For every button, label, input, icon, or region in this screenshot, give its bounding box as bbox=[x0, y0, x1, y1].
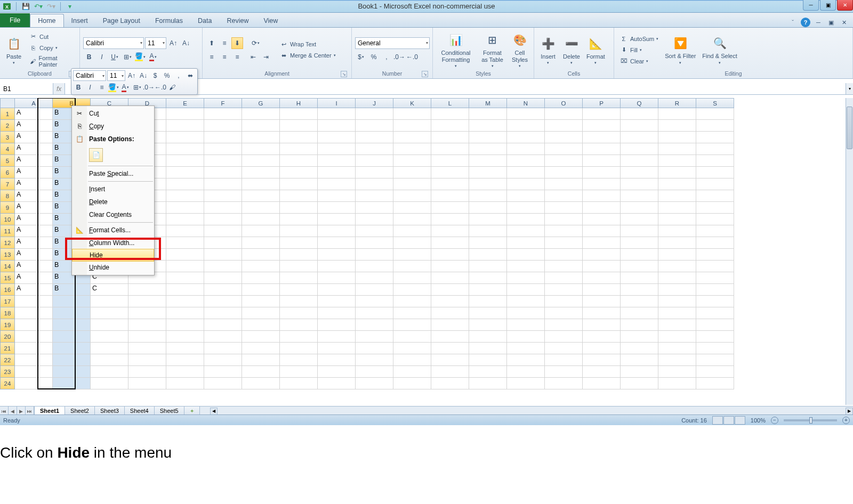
cell[interactable] bbox=[583, 202, 621, 214]
cell[interactable] bbox=[166, 272, 204, 284]
zoom-in-button[interactable]: + bbox=[842, 417, 850, 424]
cell[interactable] bbox=[469, 214, 507, 225]
cell[interactable] bbox=[469, 319, 507, 331]
cell[interactable] bbox=[204, 190, 242, 202]
cell[interactable] bbox=[431, 296, 469, 307]
cell[interactable] bbox=[658, 354, 696, 366]
cell[interactable] bbox=[204, 120, 242, 132]
wb-close-icon[interactable]: ✕ bbox=[839, 18, 849, 27]
select-all-button[interactable] bbox=[0, 98, 15, 108]
cell[interactable] bbox=[545, 225, 583, 237]
align-left-button[interactable]: ≡ bbox=[206, 51, 218, 63]
cell[interactable]: A bbox=[15, 132, 53, 143]
cell[interactable] bbox=[318, 178, 356, 190]
format-as-table-button[interactable]: ⊞Format as Table▾ bbox=[478, 30, 507, 69]
cell[interactable] bbox=[393, 343, 431, 354]
cell[interactable]: A bbox=[15, 272, 53, 284]
cell[interactable]: A bbox=[15, 108, 53, 120]
cell[interactable] bbox=[356, 225, 393, 237]
cell[interactable] bbox=[280, 261, 318, 272]
tab-insert[interactable]: Insert bbox=[64, 14, 95, 27]
tab-view[interactable]: View bbox=[256, 14, 285, 27]
ctx-hide[interactable]: Hide bbox=[72, 249, 154, 262]
mini-inc-dec[interactable]: .0→ bbox=[143, 82, 154, 93]
cell[interactable] bbox=[621, 120, 658, 132]
cell[interactable] bbox=[242, 296, 280, 307]
cell[interactable] bbox=[696, 272, 734, 284]
cell[interactable] bbox=[242, 190, 280, 202]
cell[interactable] bbox=[621, 296, 658, 307]
hscroll-right[interactable]: ▶ bbox=[846, 408, 853, 415]
wrap-text-button[interactable]: ↩Wrap Text bbox=[277, 39, 338, 50]
italic-button[interactable]: I bbox=[96, 51, 108, 63]
cell[interactable] bbox=[658, 237, 696, 249]
cell[interactable] bbox=[15, 354, 53, 366]
cell[interactable] bbox=[166, 378, 204, 389]
cell[interactable] bbox=[696, 354, 734, 366]
cell[interactable] bbox=[393, 167, 431, 178]
cell[interactable] bbox=[393, 307, 431, 319]
cell[interactable] bbox=[658, 143, 696, 155]
cell[interactable] bbox=[621, 132, 658, 143]
cell[interactable] bbox=[280, 354, 318, 366]
cell[interactable] bbox=[204, 108, 242, 120]
cell[interactable] bbox=[242, 143, 280, 155]
mini-bold[interactable]: B bbox=[73, 82, 84, 93]
mini-fill-color[interactable]: 🪣▾ bbox=[108, 82, 119, 93]
cell[interactable] bbox=[469, 155, 507, 167]
cell[interactable] bbox=[318, 202, 356, 214]
cell[interactable] bbox=[545, 378, 583, 389]
cell[interactable] bbox=[242, 307, 280, 319]
row-header-16[interactable]: 16 bbox=[0, 284, 15, 296]
cell[interactable] bbox=[469, 261, 507, 272]
cell[interactable] bbox=[583, 225, 621, 237]
insert-cells-button[interactable]: ➕Insert▾ bbox=[537, 34, 559, 66]
cell[interactable] bbox=[469, 296, 507, 307]
cell[interactable] bbox=[166, 366, 204, 378]
cell[interactable] bbox=[280, 178, 318, 190]
cell[interactable] bbox=[91, 307, 128, 319]
cell[interactable] bbox=[507, 120, 545, 132]
column-header-K[interactable]: K bbox=[393, 98, 431, 108]
redo-icon[interactable]: ↷▾ bbox=[46, 2, 56, 11]
cell[interactable] bbox=[393, 202, 431, 214]
ctx-paste-option[interactable]: 📄 bbox=[72, 145, 154, 165]
cell[interactable] bbox=[658, 366, 696, 378]
decrease-indent-button[interactable]: ⇤ bbox=[247, 51, 259, 63]
mini-currency[interactable]: $ bbox=[150, 70, 160, 81]
cell[interactable] bbox=[242, 284, 280, 296]
cell[interactable] bbox=[393, 272, 431, 284]
cell[interactable] bbox=[658, 296, 696, 307]
cell[interactable] bbox=[280, 296, 318, 307]
cell[interactable] bbox=[583, 132, 621, 143]
ctx-column-width[interactable]: Column Width... bbox=[72, 237, 154, 249]
cell[interactable] bbox=[696, 378, 734, 389]
cell[interactable] bbox=[128, 366, 166, 378]
cell[interactable] bbox=[658, 190, 696, 202]
row-header-24[interactable]: 24 bbox=[0, 378, 15, 389]
cell[interactable] bbox=[545, 190, 583, 202]
ctx-cut[interactable]: ✂Cut bbox=[72, 107, 154, 120]
cell[interactable] bbox=[431, 155, 469, 167]
cell[interactable] bbox=[393, 284, 431, 296]
cell[interactable] bbox=[469, 108, 507, 120]
cell[interactable] bbox=[696, 284, 734, 296]
minimize-button[interactable]: ─ bbox=[803, 0, 819, 11]
cell[interactable] bbox=[204, 307, 242, 319]
cell[interactable] bbox=[318, 190, 356, 202]
row-header-6[interactable]: 6 bbox=[0, 167, 15, 178]
cell[interactable] bbox=[431, 225, 469, 237]
tab-formulas[interactable]: Formulas bbox=[148, 14, 190, 27]
cell[interactable] bbox=[621, 343, 658, 354]
tab-home[interactable]: Home bbox=[30, 14, 63, 27]
cell[interactable] bbox=[545, 307, 583, 319]
cell[interactable] bbox=[431, 178, 469, 190]
accounting-button[interactable]: $▾ bbox=[355, 51, 367, 63]
cell[interactable]: A bbox=[15, 202, 53, 214]
cell[interactable] bbox=[545, 331, 583, 343]
cell[interactable] bbox=[166, 319, 204, 331]
cell[interactable] bbox=[356, 167, 393, 178]
font-name-combo[interactable]: Calibri▾ bbox=[83, 37, 144, 49]
cell[interactable] bbox=[204, 296, 242, 307]
cell[interactable] bbox=[431, 167, 469, 178]
